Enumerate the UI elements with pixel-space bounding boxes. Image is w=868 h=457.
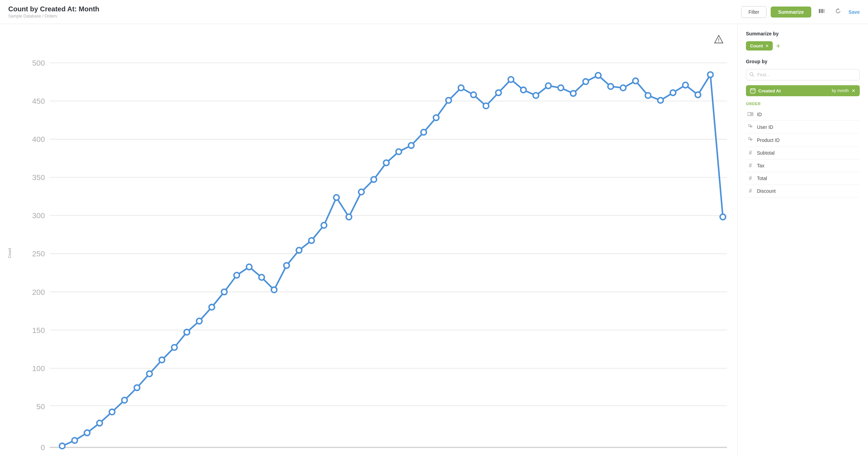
svg-line-88: [753, 75, 754, 77]
svg-point-79: [633, 78, 638, 83]
group-by-pill-remove[interactable]: ✕: [851, 88, 856, 93]
svg-point-76: [595, 73, 601, 78]
svg-point-64: [446, 98, 451, 103]
svg-rect-1: [821, 9, 823, 13]
svg-point-51: [284, 263, 289, 268]
svg-point-81: [658, 98, 663, 103]
svg-point-41: [159, 357, 165, 363]
field-name-product-id: Product ID: [757, 137, 780, 143]
svg-point-62: [421, 130, 426, 135]
svg-point-47: [234, 272, 239, 278]
svg-point-70: [521, 87, 526, 93]
svg-point-78: [620, 85, 626, 91]
svg-point-49: [259, 275, 264, 280]
field-item-product-id[interactable]: Product ID: [746, 134, 860, 147]
svg-point-53: [309, 238, 314, 243]
svg-text:400: 400: [32, 135, 45, 144]
sidebar: Summarize by Count ✕ + Group by: [737, 24, 868, 457]
svg-point-61: [409, 143, 414, 148]
field-item-user-id[interactable]: User ID: [746, 121, 860, 134]
field-name-user-id: User ID: [757, 124, 773, 130]
svg-rect-89: [750, 89, 755, 93]
group-by-section: Group by: [746, 59, 860, 198]
field-item-id[interactable]: ID: [746, 109, 860, 121]
svg-point-50: [271, 287, 277, 292]
tax-icon: #: [747, 163, 753, 169]
total-icon: #: [747, 175, 753, 181]
svg-point-52: [296, 247, 302, 253]
svg-text:500: 500: [32, 59, 45, 67]
summarize-button[interactable]: Summarize: [771, 7, 812, 18]
svg-point-39: [134, 385, 140, 390]
header-left: Count by Created At: Month Sample Databa…: [8, 5, 99, 19]
chart-line: [62, 75, 723, 446]
svg-point-72: [545, 83, 551, 88]
field-item-subtotal[interactable]: # Subtotal: [746, 147, 860, 159]
find-input[interactable]: [746, 69, 860, 80]
svg-point-95: [748, 124, 750, 126]
svg-point-71: [533, 93, 539, 98]
svg-point-56: [346, 214, 351, 220]
svg-point-40: [147, 371, 152, 377]
svg-text:100: 100: [32, 364, 45, 373]
svg-point-58: [371, 177, 377, 182]
warning-icon: !: [714, 34, 724, 46]
find-input-wrapper: [746, 69, 860, 80]
save-button[interactable]: Save: [848, 9, 860, 15]
columns-icon-button[interactable]: [815, 6, 828, 18]
svg-point-73: [558, 85, 564, 91]
svg-point-37: [109, 409, 115, 415]
count-pill-label: Count: [750, 43, 763, 48]
svg-point-69: [508, 77, 514, 82]
search-icon: [749, 72, 754, 78]
svg-rect-0: [819, 9, 821, 13]
refresh-icon: [835, 8, 842, 14]
field-list: ID User ID: [746, 109, 860, 198]
main-container: ! Count 0 50 100 150 20: [0, 24, 868, 457]
svg-point-45: [209, 304, 215, 310]
svg-point-80: [645, 93, 651, 98]
field-item-tax[interactable]: # Tax: [746, 159, 860, 172]
svg-point-34: [72, 438, 77, 443]
svg-point-33: [59, 443, 65, 449]
svg-point-99: [748, 137, 750, 140]
group-by-pill[interactable]: Created At by month ✕: [746, 85, 860, 96]
calendar-icon: [750, 88, 756, 93]
svg-text:250: 250: [32, 249, 45, 258]
svg-text:200: 200: [32, 288, 45, 297]
chart-dots: [59, 72, 726, 449]
svg-text:0: 0: [41, 443, 45, 452]
svg-point-86: [720, 214, 726, 220]
field-item-discount[interactable]: # Discount: [746, 185, 860, 198]
svg-point-48: [246, 264, 252, 270]
refresh-icon-button[interactable]: [832, 6, 844, 18]
svg-point-66: [471, 92, 476, 98]
svg-point-65: [458, 85, 464, 91]
svg-point-68: [496, 90, 501, 96]
field-item-total[interactable]: # Total: [746, 172, 860, 185]
svg-text:450: 450: [32, 97, 45, 105]
svg-rect-94: [748, 113, 750, 115]
svg-rect-92: [753, 88, 754, 89]
svg-rect-91: [751, 88, 752, 89]
chart-area: ! Count 0 50 100 150 20: [0, 24, 737, 457]
svg-text:150: 150: [32, 326, 45, 335]
line-chart: 0 50 100 150 200 250 300 350 400: [7, 31, 727, 457]
svg-point-44: [196, 318, 202, 324]
field-name-discount: Discount: [757, 188, 775, 194]
count-pill-remove[interactable]: ✕: [765, 44, 769, 48]
svg-point-57: [359, 189, 364, 195]
svg-point-36: [97, 420, 102, 426]
svg-point-43: [184, 330, 189, 335]
svg-point-54: [321, 223, 327, 228]
by-month-label: by month: [832, 88, 849, 93]
add-metric-button[interactable]: +: [776, 42, 781, 50]
filter-button[interactable]: Filter: [741, 6, 766, 18]
field-name-tax: Tax: [757, 163, 764, 168]
svg-point-60: [396, 149, 401, 154]
svg-point-85: [708, 72, 713, 77]
svg-point-38: [122, 398, 127, 403]
svg-rect-2: [824, 9, 824, 13]
count-pill[interactable]: Count ✕: [746, 41, 773, 51]
header-actions: Filter Summarize Save: [741, 6, 860, 18]
